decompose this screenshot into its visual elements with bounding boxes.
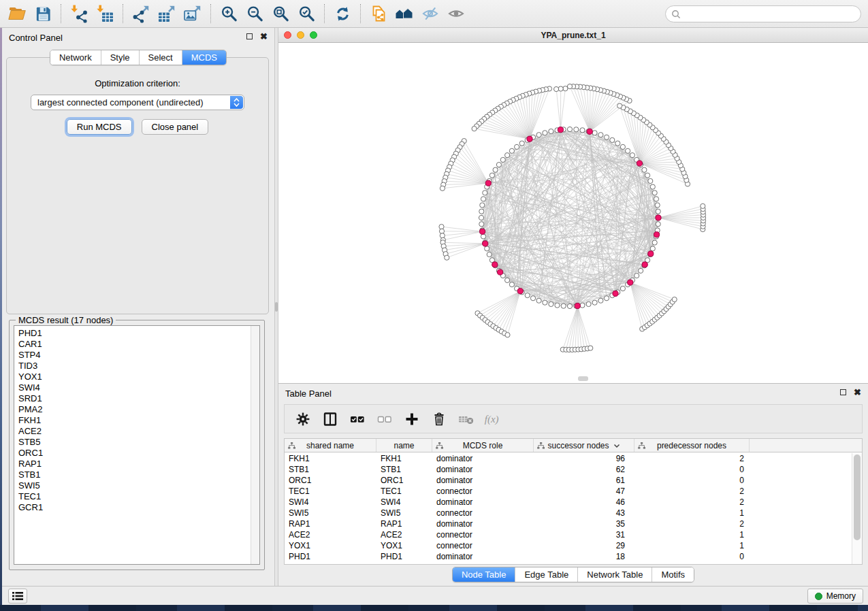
column-header-MCDS-role[interactable]: MCDS role (432, 439, 534, 452)
table-cell[interactable]: dominator (432, 454, 534, 463)
import-table-button[interactable] (92, 1, 118, 26)
table-cell[interactable]: YOX1 (285, 541, 376, 550)
table-cell[interactable]: 29 (534, 541, 634, 550)
show-all-button[interactable] (443, 1, 469, 26)
table-cell[interactable]: connector (432, 486, 534, 496)
export-network-button[interactable] (128, 1, 154, 26)
table-cell[interactable]: 43 (534, 508, 634, 518)
table-cell[interactable]: TEC1 (376, 486, 432, 496)
table-scrollbar[interactable] (852, 453, 862, 564)
close-panel-icon[interactable]: ✖ (854, 389, 861, 395)
window-zoom-traffic-light[interactable] (310, 31, 317, 39)
table-cell[interactable]: 1 (634, 508, 750, 518)
result-scrollbar[interactable] (251, 326, 259, 564)
table-cell[interactable]: ACE2 (376, 530, 432, 540)
table-cell[interactable]: 46 (534, 497, 634, 507)
table-cell[interactable]: STB1 (376, 465, 432, 474)
table-cell[interactable]: dominator (432, 497, 534, 507)
clone-network-button[interactable] (366, 1, 391, 26)
table-scrollbar-thumb[interactable] (854, 455, 861, 540)
table-cell[interactable]: 0 (634, 552, 750, 561)
window-close-traffic-light[interactable] (284, 31, 291, 39)
select-all-rows-button[interactable] (347, 409, 368, 429)
result-node[interactable]: ORC1 (18, 448, 259, 459)
mcds-result-list[interactable]: PHD1CAR1STP4TID3YOX1SWI4SRD1PMA2FKH1ACE2… (14, 325, 260, 565)
import-network-button[interactable] (66, 1, 92, 26)
result-node[interactable]: TID3 (18, 361, 259, 371)
table-cell[interactable]: connector (432, 541, 534, 550)
float-panel-icon[interactable] (840, 389, 846, 395)
close-panel-icon[interactable]: ✖ (260, 33, 268, 39)
add-column-button[interactable] (402, 409, 422, 429)
tab-edge-table[interactable]: Edge Table (515, 567, 577, 582)
hide-selected-button[interactable] (417, 1, 443, 26)
result-node[interactable]: STB1 (18, 469, 259, 480)
table-cell[interactable]: ORC1 (285, 476, 376, 485)
tab-style[interactable]: Style (101, 50, 139, 65)
table-cell[interactable]: 96 (534, 454, 634, 463)
table-cell[interactable]: ORC1 (376, 476, 432, 485)
save-session-button[interactable] (30, 1, 56, 26)
export-image-button[interactable] (180, 1, 206, 26)
table-cell[interactable]: 35 (534, 519, 634, 529)
first-neighbors-button[interactable] (391, 1, 417, 26)
zoom-fit-button[interactable] (268, 1, 293, 26)
table-cell[interactable]: SWI4 (376, 497, 432, 507)
memory-button[interactable]: Memory (807, 589, 863, 604)
divider-grip[interactable] (275, 302, 278, 312)
result-node[interactable]: ACE2 (18, 426, 259, 437)
table-cell[interactable]: 31 (534, 530, 634, 540)
result-node[interactable]: PMA2 (18, 404, 259, 415)
open-file-button[interactable] (4, 1, 30, 26)
table-cell[interactable]: YOX1 (376, 541, 432, 550)
result-node[interactable]: STP4 (18, 350, 259, 361)
result-node[interactable]: GCR1 (18, 502, 259, 513)
table-cell[interactable]: 61 (534, 476, 634, 485)
result-node[interactable]: FKH1 (18, 415, 259, 426)
table-settings-button[interactable] (293, 409, 313, 429)
result-node[interactable]: SWI5 (18, 480, 259, 491)
column-header-shared-name[interactable]: shared name (285, 439, 376, 452)
zoom-in-button[interactable] (216, 1, 242, 26)
table-row[interactable]: YOX1YOX1connector291 (285, 540, 852, 551)
table-cell[interactable]: dominator (432, 465, 534, 474)
result-node[interactable]: RAP1 (18, 459, 259, 469)
tab-network[interactable]: Network (50, 50, 101, 65)
table-row[interactable]: FKH1FKH1dominator962 (285, 453, 852, 464)
zoom-selected-button[interactable] (293, 1, 319, 26)
result-node[interactable]: YOX1 (18, 371, 259, 382)
table-cell[interactable]: 62 (534, 465, 634, 474)
task-history-button[interactable] (8, 589, 27, 604)
network-hscroll-thumb[interactable] (578, 376, 588, 381)
table-row[interactable]: SWI5SWI5connector431 (285, 508, 852, 518)
table-cell[interactable]: SWI4 (285, 497, 376, 507)
table-cell[interactable]: 47 (534, 486, 634, 496)
table-cell[interactable]: 1 (634, 530, 750, 540)
result-node[interactable]: STB5 (18, 437, 259, 448)
result-node[interactable]: PHD1 (18, 328, 259, 339)
window-minimize-traffic-light[interactable] (297, 31, 304, 39)
tab-mcds[interactable]: MCDS (182, 50, 226, 65)
result-node[interactable]: TEC1 (18, 491, 259, 502)
result-node[interactable]: SRD1 (18, 393, 259, 404)
search-box[interactable] (665, 5, 861, 22)
table-cell[interactable]: 2 (634, 454, 750, 463)
table-row[interactable]: ACE2ACE2connector311 (285, 529, 852, 540)
tab-node-table[interactable]: Node Table (453, 567, 515, 582)
table-row[interactable]: SWI4SWI4dominator462 (285, 497, 852, 508)
export-table-button[interactable] (154, 1, 180, 26)
table-cell[interactable]: 0 (634, 465, 750, 474)
tab-select[interactable]: Select (139, 50, 182, 65)
zoom-out-button[interactable] (242, 1, 268, 26)
tab-motifs[interactable]: Motifs (652, 567, 694, 582)
table-cell[interactable]: ACE2 (285, 530, 376, 540)
table-row[interactable]: TEC1TEC1connector472 (285, 486, 852, 497)
deselect-all-rows-button[interactable] (374, 409, 395, 429)
table-cell[interactable]: RAP1 (376, 519, 432, 529)
run-mcds-button[interactable]: Run MCDS (67, 119, 132, 135)
table-cell[interactable]: dominator (432, 519, 534, 529)
table-cell[interactable]: 2 (634, 497, 750, 507)
table-row[interactable]: ORC1ORC1dominator610 (285, 475, 852, 486)
column-header-successor-nodes[interactable]: successor nodes (534, 439, 634, 452)
table-cell[interactable]: dominator (432, 476, 534, 485)
